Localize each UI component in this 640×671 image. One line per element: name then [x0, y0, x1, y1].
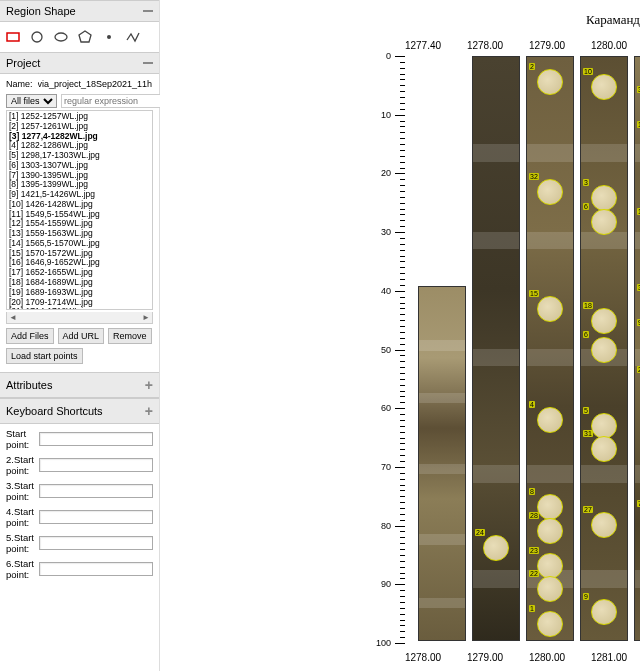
- plug-region[interactable]: [591, 337, 617, 363]
- plug-region[interactable]: [483, 535, 509, 561]
- start-point-input[interactable]: [39, 458, 153, 472]
- start-point-label: 3.Start point:: [6, 480, 39, 502]
- depth-ruler: 0102030405060708090100: [375, 56, 405, 643]
- ruler-label: 20: [381, 168, 391, 178]
- plug-label: 1: [529, 605, 535, 612]
- svg-marker-3: [79, 31, 91, 42]
- core-column[interactable]: 24: [472, 56, 520, 641]
- project-name-input[interactable]: [37, 78, 153, 90]
- document-title: Караманд: [586, 12, 640, 28]
- start-point-label: 2.Start point:: [6, 454, 39, 476]
- file-list[interactable]: [1] 1252-1257WL.jpg[2] 1257-1261WL.jpg[3…: [6, 110, 153, 310]
- plug-region[interactable]: [537, 296, 563, 322]
- start-point-input[interactable]: [39, 510, 153, 524]
- axis-tick: 1281.00: [578, 652, 640, 663]
- attributes-header[interactable]: Attributes +: [0, 372, 159, 398]
- start-point-label: 4.Start point:: [6, 506, 39, 528]
- file-item[interactable]: [21] 1714-1719WL.jpg: [8, 307, 151, 310]
- keyboard-title: Keyboard Shortcuts: [6, 405, 103, 417]
- region-shape-header[interactable]: Region Shape: [0, 0, 159, 22]
- load-start-points-button[interactable]: Load start points: [6, 348, 83, 364]
- ruler-label: 50: [381, 345, 391, 355]
- file-filter-select[interactable]: All files: [6, 94, 57, 108]
- plug-label: 3: [583, 179, 589, 186]
- plug-region[interactable]: [591, 512, 617, 538]
- ruler-label: 10: [381, 110, 391, 120]
- point-shape-tool[interactable]: [102, 30, 116, 44]
- keyboard-header[interactable]: Keyboard Shortcuts +: [0, 398, 159, 424]
- project-name-label: Name:: [6, 79, 33, 89]
- plug-region[interactable]: [591, 413, 617, 439]
- plug-region[interactable]: [537, 576, 563, 602]
- plug-region[interactable]: [591, 599, 617, 625]
- plug-label: 6: [583, 203, 589, 210]
- ellipse-shape-tool[interactable]: [54, 30, 68, 44]
- main-canvas: Караманд 1277.401278.001279.001280.00128…: [160, 0, 640, 671]
- plus-icon[interactable]: +: [145, 403, 153, 419]
- start-point-input[interactable]: [39, 536, 153, 550]
- polygon-shape-tool[interactable]: [78, 30, 92, 44]
- panel-controls: [143, 10, 153, 12]
- polyline-shape-tool[interactable]: [126, 30, 140, 44]
- plug-region[interactable]: [591, 308, 617, 334]
- plug-region[interactable]: [591, 209, 617, 235]
- plug-region[interactable]: [537, 553, 563, 579]
- plug-label: 5: [583, 407, 589, 414]
- axis-top: 1277.401278.001279.001280.001281.00: [392, 40, 640, 51]
- h-scrollbar[interactable]: ◄►: [6, 312, 153, 324]
- add-url-button[interactable]: Add URL: [58, 328, 105, 344]
- circle-shape-tool[interactable]: [30, 30, 44, 44]
- plug-label: 32: [529, 173, 539, 180]
- ruler-label: 30: [381, 227, 391, 237]
- axis-tick: 1280.00: [578, 40, 640, 51]
- start-point-input[interactable]: [39, 484, 153, 498]
- plug-region[interactable]: [591, 74, 617, 100]
- start-points-section: Start point:2.Start point:3.Start point:…: [0, 424, 159, 588]
- core-column[interactable]: 23215482823221: [526, 56, 574, 641]
- axis-tick: 1279.00: [454, 652, 516, 663]
- plug-label: 24: [475, 529, 485, 536]
- plug-region[interactable]: [537, 179, 563, 205]
- plug-region[interactable]: [537, 494, 563, 520]
- axis-tick: 1278.00: [454, 40, 516, 51]
- shape-tools: [0, 22, 159, 52]
- ruler-label: 90: [381, 579, 391, 589]
- core-column[interactable]: [418, 286, 466, 641]
- plug-region[interactable]: [591, 436, 617, 462]
- plug-label: 18: [583, 302, 593, 309]
- plug-label: 6: [583, 331, 589, 338]
- axis-tick: 1280.00: [516, 652, 578, 663]
- plus-icon[interactable]: +: [145, 377, 153, 393]
- region-shape-title: Region Shape: [6, 5, 76, 17]
- plug-label: 27: [583, 506, 593, 513]
- plug-label: 2: [529, 63, 535, 70]
- minimize-icon[interactable]: [143, 62, 153, 64]
- plug-region[interactable]: [537, 518, 563, 544]
- axis-bottom: 1278.001279.001280.001281.001282.00: [392, 652, 640, 663]
- project-body: Name: All files [1] 1252-1257WL.jpg[2] 1…: [0, 74, 159, 372]
- ruler-label: 70: [381, 462, 391, 472]
- ruler-label: 0: [386, 51, 391, 61]
- minimize-icon[interactable]: [143, 10, 153, 12]
- plug-region[interactable]: [537, 407, 563, 433]
- project-title: Project: [6, 57, 40, 69]
- remove-button[interactable]: Remove: [108, 328, 152, 344]
- ruler-label: 40: [381, 286, 391, 296]
- svg-rect-0: [7, 33, 19, 41]
- plug-region[interactable]: [537, 611, 563, 637]
- core-column[interactable]: 301617349267: [634, 56, 640, 641]
- start-point-label: Start point:: [6, 428, 39, 450]
- project-header[interactable]: Project: [0, 52, 159, 74]
- plug-region[interactable]: [591, 185, 617, 211]
- axis-tick: 1277.40: [392, 40, 454, 51]
- rect-shape-tool[interactable]: [6, 30, 20, 44]
- add-files-button[interactable]: Add Files: [6, 328, 54, 344]
- start-point-input[interactable]: [39, 562, 153, 576]
- plug-region[interactable]: [537, 69, 563, 95]
- svg-point-1: [32, 32, 42, 42]
- core-column[interactable]: 1036186531279: [580, 56, 628, 641]
- start-point-input[interactable]: [39, 432, 153, 446]
- plug-label: 23: [529, 547, 539, 554]
- axis-tick: 1278.00: [392, 652, 454, 663]
- attributes-title: Attributes: [6, 379, 52, 391]
